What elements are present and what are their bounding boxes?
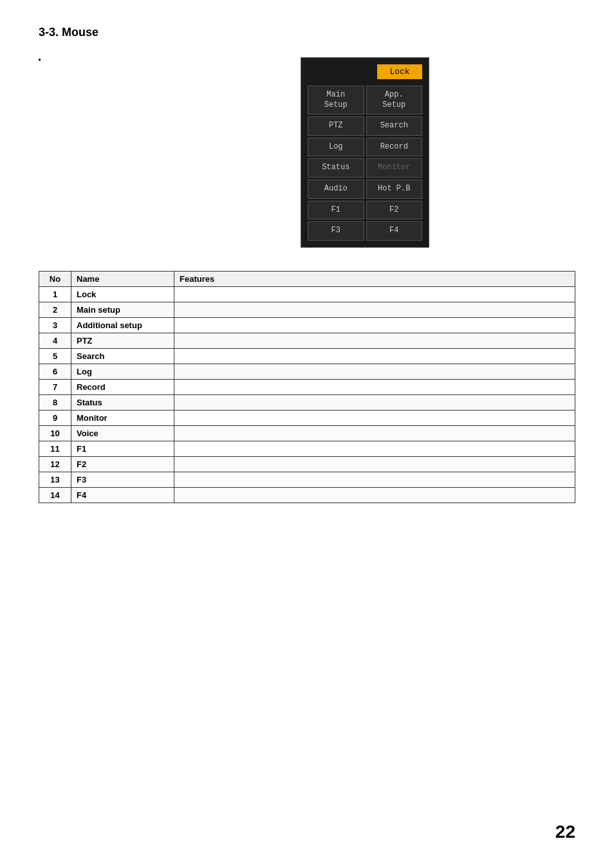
col-features: Features bbox=[174, 271, 575, 286]
table-cell-no: 10 bbox=[39, 425, 71, 441]
table-cell-no: 6 bbox=[39, 364, 71, 379]
main-setup-button[interactable]: MainSetup bbox=[308, 86, 364, 115]
table-cell-name: Search bbox=[71, 348, 174, 364]
table-row: 11F1 bbox=[39, 441, 575, 456]
menu-widget: Lock MainSetup App.Setup PTZ Search Log … bbox=[301, 57, 429, 248]
table-cell-features bbox=[174, 348, 575, 364]
table-cell-features bbox=[174, 379, 575, 394]
table-row: 10Voice bbox=[39, 425, 575, 441]
table-row: 7Record bbox=[39, 379, 575, 394]
search-button[interactable]: Search bbox=[366, 116, 423, 136]
hot-pb-button[interactable]: Hot P.B bbox=[366, 180, 423, 199]
table-cell-features bbox=[174, 333, 575, 348]
table-cell-name: Lock bbox=[71, 286, 174, 302]
table-cell-no: 2 bbox=[39, 302, 71, 317]
table-row: 14F4 bbox=[39, 487, 575, 503]
table-cell-no: 3 bbox=[39, 317, 71, 333]
log-button[interactable]: Log bbox=[308, 138, 364, 157]
app-setup-button[interactable]: App.Setup bbox=[366, 86, 423, 115]
table-cell-features bbox=[174, 472, 575, 487]
table-cell-no: 7 bbox=[39, 379, 71, 394]
table-cell-name: Voice bbox=[71, 425, 174, 441]
table-row: 5Search bbox=[39, 348, 575, 364]
table-cell-features bbox=[174, 317, 575, 333]
page-number: 22 bbox=[555, 822, 575, 842]
table-cell-features bbox=[174, 410, 575, 425]
table-row: 13F3 bbox=[39, 472, 575, 487]
record-button[interactable]: Record bbox=[366, 138, 423, 157]
menu-widget-wrapper: Lock MainSetup App.Setup PTZ Search Log … bbox=[154, 57, 575, 248]
table-cell-no: 1 bbox=[39, 286, 71, 302]
table-cell-features bbox=[174, 441, 575, 456]
table-row: 4PTZ bbox=[39, 333, 575, 348]
f2-button[interactable]: F2 bbox=[366, 201, 423, 220]
table-cell-no: 13 bbox=[39, 472, 71, 487]
monitor-button[interactable]: Monitor bbox=[366, 158, 423, 178]
table-cell-no: 5 bbox=[39, 348, 71, 364]
audio-button[interactable]: Audio bbox=[308, 180, 364, 199]
table-row: 1Lock bbox=[39, 286, 575, 302]
table-cell-features bbox=[174, 456, 575, 472]
table-cell-name: Main setup bbox=[71, 302, 174, 317]
col-name: Name bbox=[71, 271, 174, 286]
table-cell-name: Additional setup bbox=[71, 317, 174, 333]
table-cell-no: 14 bbox=[39, 487, 71, 503]
menu-top-row: Lock bbox=[308, 64, 422, 79]
table-cell-name: Status bbox=[71, 394, 174, 410]
table-cell-name: F4 bbox=[71, 487, 174, 503]
table-cell-features bbox=[174, 286, 575, 302]
f4-button[interactable]: F4 bbox=[366, 221, 423, 241]
menu-grid: MainSetup App.Setup PTZ Search Log Recor… bbox=[308, 86, 422, 241]
table-cell-features bbox=[174, 394, 575, 410]
table-row: 6Log bbox=[39, 364, 575, 379]
table-cell-features bbox=[174, 487, 575, 503]
table-cell-features bbox=[174, 302, 575, 317]
table-cell-no: 4 bbox=[39, 333, 71, 348]
table-cell-no: 8 bbox=[39, 394, 71, 410]
table-cell-name: PTZ bbox=[71, 333, 174, 348]
lock-button[interactable]: Lock bbox=[377, 64, 422, 79]
col-no: No bbox=[39, 271, 71, 286]
table-row: 9Monitor bbox=[39, 410, 575, 425]
f1-button[interactable]: F1 bbox=[308, 201, 364, 220]
table-cell-features bbox=[174, 364, 575, 379]
table-cell-no: 11 bbox=[39, 441, 71, 456]
table-cell-no: 9 bbox=[39, 410, 71, 425]
f3-button[interactable]: F3 bbox=[308, 221, 364, 241]
table-cell-name: F1 bbox=[71, 441, 174, 456]
table-cell-features bbox=[174, 425, 575, 441]
table-cell-name: F2 bbox=[71, 456, 174, 472]
ptz-button[interactable]: PTZ bbox=[308, 116, 364, 136]
table-cell-name: Log bbox=[71, 364, 174, 379]
table-cell-name: Monitor bbox=[71, 410, 174, 425]
table-row: 3Additional setup bbox=[39, 317, 575, 333]
table-row: 2Main setup bbox=[39, 302, 575, 317]
table-cell-no: 12 bbox=[39, 456, 71, 472]
table-row: 8Status bbox=[39, 394, 575, 410]
table-header-row: No Name Features bbox=[39, 271, 575, 286]
features-table: No Name Features 1Lock2Main setup3Additi… bbox=[39, 271, 575, 503]
table-row: 12F2 bbox=[39, 456, 575, 472]
section-title: 3-3. Mouse bbox=[39, 26, 575, 39]
table-cell-name: Record bbox=[71, 379, 174, 394]
table-cell-name: F3 bbox=[71, 472, 174, 487]
status-button[interactable]: Status bbox=[308, 158, 364, 178]
